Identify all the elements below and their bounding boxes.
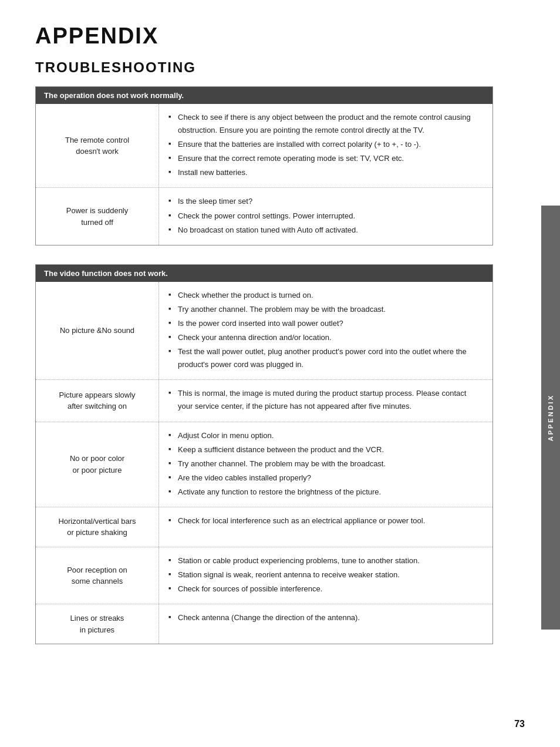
row-content: This is normal, the image is muted durin… xyxy=(159,380,492,421)
row-label: The remote controldoesn't work xyxy=(36,104,159,187)
list-item: Is the power cord inserted into wall pow… xyxy=(168,317,483,330)
list-item: Try another channel. The problem may be … xyxy=(168,457,483,470)
list-item: Try another channel. The problem may be … xyxy=(168,303,483,316)
table-row: The remote controldoesn't workCheck to s… xyxy=(36,104,492,187)
side-bar: APPENDIX xyxy=(541,206,560,630)
row-content: Is the sleep timer set?Check the power c… xyxy=(159,188,492,244)
list-item: Check for sources of possible interferen… xyxy=(168,583,483,595)
table-row: Horizontal/vertical barsor picture shaki… xyxy=(36,507,492,547)
list-item: Check to see if there is any object betw… xyxy=(168,111,483,137)
row-label: Lines or streaksin pictures xyxy=(36,604,159,644)
table-video: The video function does not work. No pic… xyxy=(35,264,493,645)
page-title: APPENDIX xyxy=(35,23,493,49)
side-bar-label: APPENDIX xyxy=(547,394,554,441)
page-content: APPENDIX TROUBLESHOOTING The operation d… xyxy=(0,0,528,698)
list-item: Check for local interference such as an … xyxy=(168,514,483,527)
list-item: Adjust Color in menu option. xyxy=(168,429,483,442)
table-row: Lines or streaksin picturesCheck antenna… xyxy=(36,604,492,644)
table-operation: The operation does not work normally. Th… xyxy=(35,86,493,245)
list-item: Are the video cables installed properly? xyxy=(168,472,483,484)
list-item: Check whether the product is turned on. xyxy=(168,289,483,302)
list-item: Check your antenna direction and/or loca… xyxy=(168,331,483,344)
table-row: Poor reception onsome channelsStation or… xyxy=(36,547,492,604)
list-item: Activate any function to restore the bri… xyxy=(168,486,483,499)
list-item: Ensure that the batteries are installed … xyxy=(168,138,483,151)
list-item: Station or cable product experiencing pr… xyxy=(168,554,483,567)
row-label: Poor reception onsome channels xyxy=(36,547,159,604)
row-content: Check for local interference such as an … xyxy=(159,507,492,547)
list-item: No broadcast on station tuned with Auto … xyxy=(168,224,483,237)
list-item: Install new batteries. xyxy=(168,166,483,179)
row-content: Check antenna (Change the direction of t… xyxy=(159,604,492,644)
row-label: Picture appears slowlyafter switching on xyxy=(36,380,159,421)
table-row: Power is suddenlyturned offIs the sleep … xyxy=(36,187,492,244)
list-item: Test the wall power outlet, plug another… xyxy=(168,345,483,371)
table-row: Picture appears slowlyafter switching on… xyxy=(36,379,492,421)
row-content: Station or cable product experiencing pr… xyxy=(159,547,492,604)
row-label: Horizontal/vertical barsor picture shaki… xyxy=(36,507,159,547)
list-item: Keep a sufficient distance between the p… xyxy=(168,443,483,456)
list-item: This is normal, the image is muted durin… xyxy=(168,387,483,413)
row-label: Power is suddenlyturned off xyxy=(36,188,159,244)
list-item: Station signal is weak, reorient antenna… xyxy=(168,568,483,581)
table-row: No or poor coloror poor pictureAdjust Co… xyxy=(36,422,492,507)
section-title: TROUBLESHOOTING xyxy=(35,59,493,76)
list-item: Check the power control settings. Power … xyxy=(168,210,483,223)
page-number: 73 xyxy=(514,719,525,729)
row-label: No picture &No sound xyxy=(36,282,159,380)
list-item: Ensure that the correct remote operating… xyxy=(168,152,483,165)
row-content: Check to see if there is any object betw… xyxy=(159,104,492,187)
table-row: No picture &No soundCheck whether the pr… xyxy=(36,282,492,380)
row-content: Check whether the product is turned on.T… xyxy=(159,282,492,380)
list-item: Check antenna (Change the direction of t… xyxy=(168,611,483,624)
list-item: Is the sleep timer set? xyxy=(168,195,483,208)
table2-header: The video function does not work. xyxy=(36,265,492,282)
row-content: Adjust Color in menu option.Keep a suffi… xyxy=(159,422,492,507)
table1-header: The operation does not work normally. xyxy=(36,87,492,104)
row-label: No or poor coloror poor picture xyxy=(36,422,159,507)
